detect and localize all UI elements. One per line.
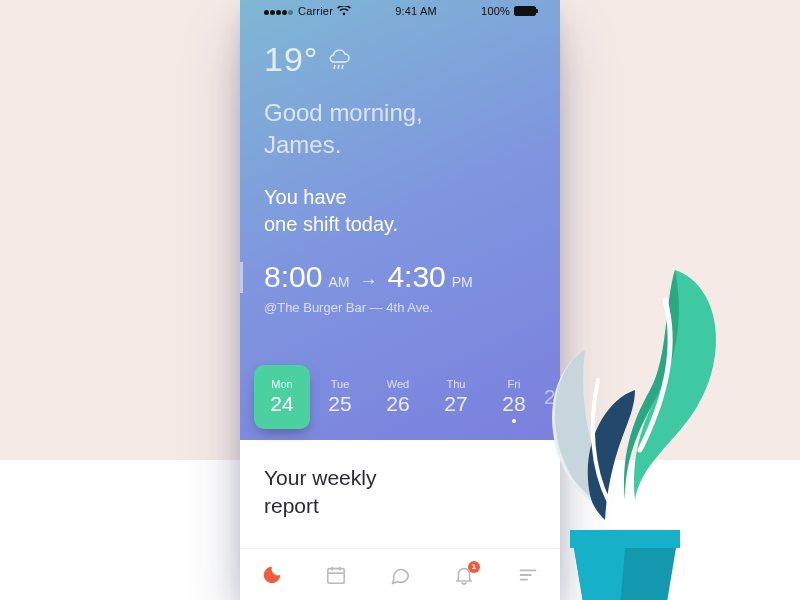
svg-rect-3 xyxy=(328,568,345,583)
svg-line-2 xyxy=(342,65,343,69)
day-fri[interactable]: Fri 28 xyxy=(486,365,542,429)
svg-line-1 xyxy=(338,65,339,69)
tab-bar: 1 xyxy=(240,548,560,600)
notification-badge: 1 xyxy=(468,561,480,573)
day-tue[interactable]: Tue 25 xyxy=(312,365,368,429)
greeting-text: Good morning, James. xyxy=(264,97,536,162)
wifi-icon xyxy=(337,6,351,16)
hero-panel: Carrier 9:41 AM 100% 19° Good morning, J… xyxy=(240,0,560,440)
signal-dots-icon xyxy=(264,5,294,17)
tab-notifications[interactable]: 1 xyxy=(444,555,484,595)
battery-pct: 100% xyxy=(481,5,510,17)
weekly-report-title: Your weekly report xyxy=(264,464,536,521)
menu-icon xyxy=(517,564,539,586)
shift-card[interactable]: 8:00 AM → 4:30 PM @The Burger Bar — 4th … xyxy=(240,260,536,315)
day-mon[interactable]: Mon 24 xyxy=(254,365,310,429)
tab-chat[interactable] xyxy=(380,555,420,595)
status-bar: Carrier 9:41 AM 100% xyxy=(264,0,536,22)
phone-frame: Carrier 9:41 AM 100% 19° Good morning, J… xyxy=(240,0,560,600)
arrow-right-icon: → xyxy=(359,271,377,292)
tab-menu[interactable] xyxy=(508,555,548,595)
day-thu[interactable]: Thu 27 xyxy=(428,365,484,429)
day-wed[interactable]: Wed 26 xyxy=(370,365,426,429)
moon-icon xyxy=(261,564,283,586)
shift-start-time: 8:00 xyxy=(264,260,322,294)
day-next-partial[interactable]: 29 xyxy=(544,385,570,409)
temperature: 19° xyxy=(264,40,318,79)
event-dot-icon xyxy=(512,419,516,423)
tab-calendar[interactable] xyxy=(316,555,356,595)
battery-icon xyxy=(514,6,536,16)
carrier-label: Carrier xyxy=(298,5,333,17)
weekly-report-card[interactable]: Your weekly report xyxy=(240,440,560,521)
shift-end-time: 4:30 xyxy=(387,260,445,294)
statusbar-time: 9:41 AM xyxy=(395,5,437,17)
shift-summary: You have one shift today. xyxy=(264,184,536,238)
calendar-icon xyxy=(325,564,347,586)
rain-icon xyxy=(326,49,352,71)
chat-icon xyxy=(389,564,411,586)
shift-location: @The Burger Bar — 4th Ave. xyxy=(264,300,536,315)
tab-home[interactable] xyxy=(252,555,292,595)
week-strip[interactable]: Mon 24 Tue 25 Wed 26 Thu 27 Fri 28 29 xyxy=(240,354,560,440)
svg-line-0 xyxy=(334,65,335,69)
